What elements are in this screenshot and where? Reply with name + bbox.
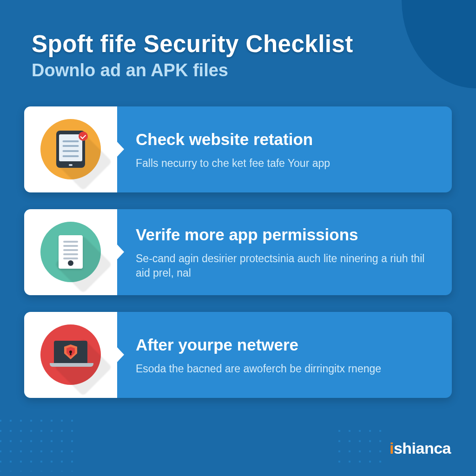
item-heading: After yourpe netwere [136, 336, 436, 354]
brand-prefix: i [390, 439, 394, 457]
item-body: Check website retation Falls necurry to … [117, 106, 452, 192]
item-heading: Verife more app permissions [136, 225, 436, 244]
checklist-item: After yourpe netwere Esoda the bacned ar… [24, 312, 452, 398]
decorative-dots-right [334, 426, 383, 468]
decorative-dots-left [0, 416, 79, 471]
item-body: After yourpe netwere Esoda the bacned ar… [117, 312, 452, 398]
item-text: Se-cand agin desirier protectsinia auch … [136, 251, 436, 280]
checklist: Check website retation Falls necurry to … [0, 89, 476, 398]
brand-name: shianca [394, 439, 451, 457]
item-text: Esoda the bacned are awoferch be dirring… [136, 362, 436, 376]
icon-box [24, 106, 117, 192]
brand-logo: ishianca [390, 439, 451, 457]
item-text: Falls necurry to che ket fee tafe Your a… [136, 156, 436, 171]
tablet-check-icon [40, 119, 101, 179]
checklist-item: Check website retation Falls necurry to … [24, 106, 452, 192]
icon-box [24, 209, 117, 295]
laptop-shield-icon [40, 324, 101, 385]
page-subtitle: Downlo ad an APK files [32, 60, 444, 80]
icon-box [24, 312, 117, 398]
checklist-item: Verife more app permissions Se-cand agin… [24, 209, 452, 295]
item-body: Verife more app permissions Se-cand agin… [117, 209, 452, 295]
item-heading: Check website retation [136, 130, 436, 149]
document-icon [40, 222, 101, 282]
page-title: Spoft fife Security Checklist [32, 32, 444, 57]
